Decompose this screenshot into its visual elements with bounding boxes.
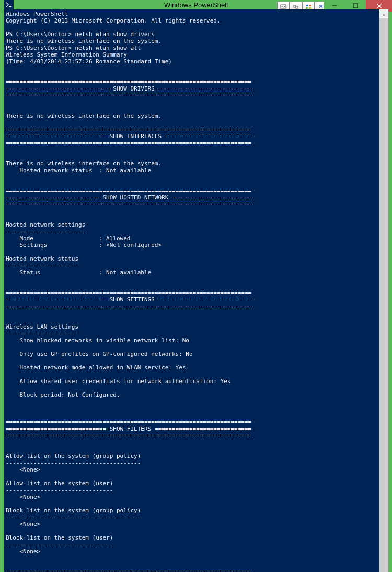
titlebar[interactable]: Windows PowerShell bbox=[0, 0, 392, 9]
svg-rect-3 bbox=[306, 5, 308, 6]
svg-rect-8 bbox=[353, 4, 358, 8]
svg-rect-1 bbox=[294, 5, 296, 7]
scroll-up-arrow[interactable]: ▴ bbox=[379, 9, 388, 18]
svg-rect-5 bbox=[306, 7, 308, 9]
terminal-output[interactable]: Windows PowerShell Copyright (C) 2013 Mi… bbox=[4, 9, 379, 572]
powershell-icon bbox=[4, 0, 14, 9]
scroll-thumb[interactable] bbox=[379, 18, 388, 572]
scroll-track[interactable] bbox=[379, 18, 388, 572]
powershell-window: Windows PowerShell Windows PowerShell Co… bbox=[0, 0, 392, 572]
scrollbar[interactable]: ▴ ▾ bbox=[379, 9, 388, 572]
svg-rect-0 bbox=[281, 5, 286, 8]
svg-rect-2 bbox=[296, 6, 298, 8]
svg-rect-4 bbox=[309, 5, 311, 6]
terminal-area: Windows PowerShell Copyright (C) 2013 Mi… bbox=[4, 9, 388, 572]
window-title: Windows PowerShell bbox=[164, 1, 228, 9]
svg-rect-6 bbox=[309, 7, 311, 9]
